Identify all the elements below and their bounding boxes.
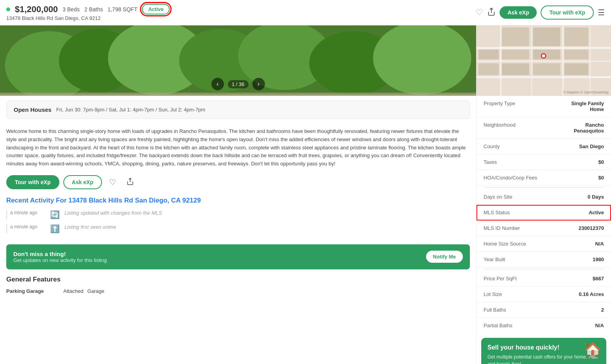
separator — [484, 187, 604, 188]
property-details: Property TypeSingle Family HomeNeighborh… — [477, 96, 611, 333]
detail-row-mls-status: MLS StatusActive — [477, 205, 611, 221]
open-houses-label: Open Houses — [14, 106, 52, 113]
detail-row-year-built: Year Built1980 — [477, 252, 611, 267]
detail-row-taxes: Taxes$0 — [477, 154, 611, 170]
notify-text-block: Don't miss a thing! Get updates on new a… — [13, 251, 107, 263]
favorite-button[interactable]: ♡ — [475, 7, 483, 18]
image-navigation: ‹ 1 / 36 › — [211, 78, 265, 90]
detail-row-full-baths: Full Baths2 — [477, 302, 611, 318]
detail-value: 0 Days — [588, 194, 604, 200]
main-layout: ‹ 1 / 36 › Open Houses Fri, Jun 30: 7pm-… — [0, 25, 611, 364]
detail-label: MLS ID Number — [484, 225, 520, 231]
property-description: Welcome home to this charming single-sto… — [0, 124, 476, 174]
top-actions: ♡ Ask eXp Tour with eXp ☰ — [475, 5, 605, 20]
prev-image-button[interactable]: ‹ — [211, 78, 224, 90]
sell-house-text: Get multiple potential cash offers for y… — [487, 353, 600, 364]
notify-bar: Don't miss a thing! Get updates on new a… — [6, 244, 470, 269]
detail-row-hoa/condo/coop-fees: HOA/Condo/Coop Fees$0 — [477, 170, 611, 186]
detail-label: MLS Status — [484, 210, 510, 215]
sqft-count: 1,798 SQFT — [108, 6, 137, 13]
detail-label: HOA/Condo/Coop Fees — [484, 175, 537, 181]
detail-value: Rancho Penasquitos — [574, 122, 604, 134]
detail-value: N/A — [595, 241, 604, 247]
svg-rect-24 — [502, 50, 529, 59]
detail-value: Single Family Home — [571, 100, 604, 112]
detail-label: Days on Site — [484, 194, 512, 200]
svg-rect-20 — [502, 27, 529, 46]
next-image-button[interactable]: › — [252, 78, 265, 90]
notify-subtext: Get updates on new activity for this lis… — [13, 257, 107, 263]
general-features-section: General Features Parking Garage Attached… — [0, 276, 476, 300]
svg-rect-23 — [478, 50, 499, 59]
svg-rect-16 — [500, 25, 502, 95]
detail-label: Home Size Source — [484, 241, 526, 247]
activity-item-2: a minute ago ⬆️ Listing first seen onlin… — [6, 224, 470, 233]
activity-update-icon: 🔄 — [50, 210, 60, 219]
activity-text-1: Listing updated with changes from the ML… — [65, 210, 162, 216]
detail-value: 2 — [601, 307, 604, 313]
svg-point-32 — [542, 54, 545, 57]
detail-value: $0 — [598, 159, 604, 165]
svg-rect-10 — [0, 94, 476, 96]
detail-value: San Diego — [579, 143, 604, 149]
notify-me-button[interactable]: Notify Me — [426, 251, 463, 263]
recent-activity-title: Recent Activity For 13478 Black Hills Rd… — [6, 197, 470, 204]
baths-count: 2 Baths — [84, 6, 103, 13]
status-dot — [6, 7, 10, 11]
parking-type: Attached — [63, 288, 83, 294]
detail-row-days-on-site: Days on Site0 Days — [477, 189, 611, 205]
menu-button[interactable]: ☰ — [598, 8, 605, 17]
action-buttons: Tour with eXp Ask eXp ♡ — [0, 174, 476, 197]
activity-time-1: a minute ago — [10, 210, 45, 215]
ask-exp-inline-button[interactable]: Ask eXp — [63, 175, 102, 189]
image-counter: 1 / 36 — [228, 80, 249, 88]
svg-rect-15 — [477, 76, 611, 78]
active-status-badge[interactable]: Active — [142, 4, 170, 14]
detail-label: Price Per SqFt — [484, 276, 517, 282]
separator — [484, 269, 604, 269]
inline-share-button[interactable] — [123, 174, 137, 190]
detail-label: Partial Baths — [484, 323, 512, 328]
map-placeholder: © Mapbox © OpenStreetMap — [477, 25, 611, 96]
detail-label: Property Type — [484, 100, 515, 106]
tour-button[interactable]: Tour with eXp — [541, 5, 594, 20]
detail-value: 0.16 Acres — [579, 291, 604, 297]
detail-row-neighborhood: NeighborhoodRancho Penasquitos — [477, 117, 611, 139]
activity-address: San Diego, CA 92129 — [135, 197, 201, 204]
tour-with-exp-button[interactable]: Tour with eXp — [6, 175, 59, 189]
svg-rect-26 — [564, 50, 588, 59]
detail-value: Active — [589, 210, 604, 215]
detail-row-county: CountySan Diego — [477, 139, 611, 154]
svg-rect-25 — [533, 50, 561, 59]
parking-value: Garage — [87, 288, 104, 294]
property-address: 13478 Black Hills Rd San Diego, CA 9212 — [6, 15, 475, 21]
detail-label: Neighborhood — [484, 122, 516, 128]
detail-label: Full Baths — [484, 307, 506, 313]
svg-rect-17 — [531, 25, 532, 95]
share-button[interactable] — [487, 7, 496, 18]
svg-rect-30 — [564, 63, 588, 75]
map-area[interactable]: © Mapbox © OpenStreetMap — [477, 25, 611, 96]
detail-value: 1980 — [593, 256, 604, 262]
price-line: $1,200,000 3 Beds 2 Baths 1,798 SQFT Act… — [6, 4, 475, 14]
beds-count: 3 Beds — [63, 6, 80, 13]
svg-rect-21 — [533, 27, 561, 46]
property-image: ‹ 1 / 36 › — [0, 25, 476, 96]
svg-rect-18 — [562, 25, 564, 95]
house-icon: 🏠 — [584, 342, 602, 358]
detail-value: $667 — [593, 276, 604, 282]
open-houses-bar: Open Houses Fri, Jun 30: 7pm-9pm / Sat, … — [6, 100, 470, 119]
detail-row-home-size-source: Home Size SourceN/A — [477, 236, 611, 252]
inline-favorite-button[interactable]: ♡ — [106, 174, 119, 190]
activity-text-2: Listing first seen online — [65, 224, 116, 230]
parking-label: Parking Garage — [6, 288, 57, 294]
activity-upload-icon: ⬆️ — [50, 224, 60, 233]
ask-exp-button[interactable]: Ask eXp — [500, 6, 537, 19]
price-block: $1,200,000 3 Beds 2 Baths 1,798 SQFT Act… — [6, 4, 475, 21]
activity-time-2: a minute ago — [10, 224, 45, 230]
svg-rect-29 — [533, 63, 561, 75]
sell-house-card: 🏠 Sell your house quickly! Get multiple … — [481, 338, 606, 364]
detail-row-price-per-sqft: Price Per SqFt$667 — [477, 271, 611, 287]
detail-row-partial-baths: Partial BathsN/A — [477, 318, 611, 333]
svg-rect-28 — [502, 63, 529, 75]
